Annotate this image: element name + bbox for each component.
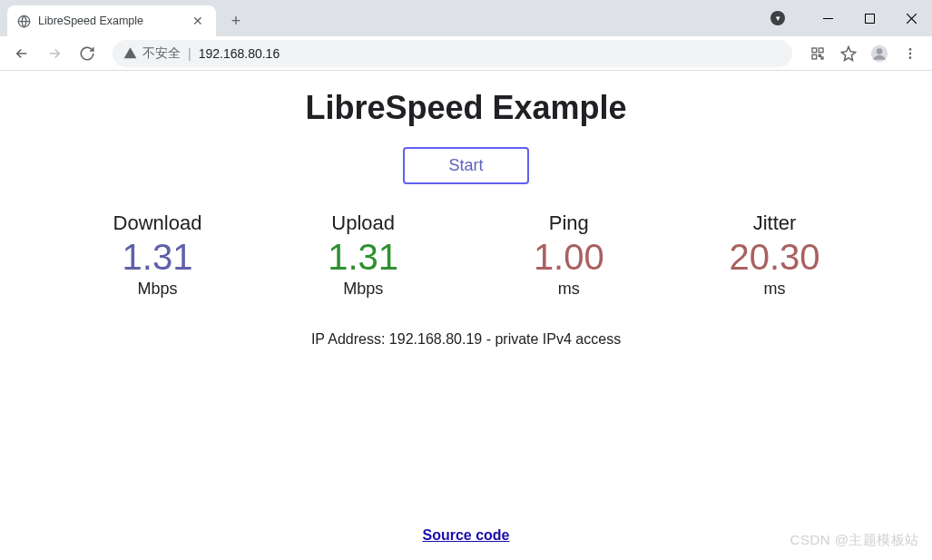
metric-jitter: Jitter 20.30 ms <box>683 211 865 299</box>
warning-icon <box>123 46 137 60</box>
close-icon[interactable]: ✕ <box>189 12 207 30</box>
start-button[interactable]: Start <box>403 147 528 184</box>
not-secure-warning: 不安全 <box>123 45 181 62</box>
ip-prefix: IP Address: <box>311 331 389 347</box>
address-bar[interactable]: 不安全 | 192.168.80.16 <box>113 40 792 67</box>
metric-unit: ms <box>683 280 865 299</box>
window-close-button[interactable] <box>890 0 932 36</box>
browser-tab[interactable]: LibreSpeed Example ✕ <box>7 5 216 36</box>
svg-rect-7 <box>812 54 817 59</box>
metric-value: 1.31 <box>67 237 249 278</box>
svg-rect-2 <box>865 14 874 23</box>
window-titlebar: LibreSpeed Example ✕ + ▾ <box>0 0 932 36</box>
bookmark-button[interactable] <box>834 39 863 68</box>
minimize-button[interactable] <box>807 0 849 36</box>
metric-value: 1.31 <box>272 237 454 278</box>
address-url: 192.168.80.16 <box>199 46 280 61</box>
metric-label: Download <box>67 211 249 235</box>
metric-unit: Mbps <box>272 280 454 299</box>
page-title: LibreSpeed Example <box>305 89 626 127</box>
browser-toolbar: 不安全 | 192.168.80.16 <box>0 36 932 71</box>
metric-value: 20.30 <box>683 237 865 278</box>
page-content: LibreSpeed Example Start Download 1.31 M… <box>0 71 932 560</box>
svg-point-13 <box>909 52 912 54</box>
source-code-link[interactable]: Source code <box>422 527 509 544</box>
svg-point-11 <box>877 48 883 54</box>
svg-rect-9 <box>821 57 823 59</box>
globe-icon <box>16 14 31 28</box>
back-button[interactable] <box>7 39 36 68</box>
metric-ping: Ping 1.00 ms <box>478 211 660 299</box>
tab-title: LibreSpeed Example <box>38 15 181 27</box>
chevron-down-icon: ▾ <box>776 14 780 23</box>
qr-icon[interactable] <box>803 39 832 68</box>
metric-value: 1.00 <box>478 237 660 278</box>
ip-address-line: IP Address: 192.168.80.19 - private IPv4… <box>311 331 621 348</box>
metric-label: Ping <box>478 211 660 235</box>
metric-download: Download 1.31 Mbps <box>67 211 249 299</box>
reload-button[interactable] <box>73 39 102 68</box>
profile-button[interactable] <box>865 39 894 68</box>
metric-label: Upload <box>272 211 454 235</box>
address-separator: | <box>188 46 191 61</box>
metric-label: Jitter <box>683 211 865 235</box>
svg-rect-5 <box>812 48 817 53</box>
watermark: CSDN @主题模板站 <box>790 532 919 549</box>
svg-rect-6 <box>819 48 823 53</box>
ip-value: 192.168.80.19 - private IPv4 access <box>389 331 621 347</box>
menu-button[interactable] <box>896 39 925 68</box>
svg-point-12 <box>909 48 912 51</box>
new-tab-button[interactable]: + <box>223 8 249 34</box>
metric-upload: Upload 1.31 Mbps <box>272 211 454 299</box>
metric-unit: Mbps <box>67 280 249 299</box>
svg-point-14 <box>909 56 912 59</box>
maximize-button[interactable] <box>849 0 890 36</box>
metric-unit: ms <box>478 280 660 299</box>
forward-button[interactable] <box>40 39 69 68</box>
svg-rect-8 <box>819 54 820 56</box>
security-label: 不安全 <box>142 45 181 62</box>
account-indicator[interactable]: ▾ <box>763 4 792 33</box>
metrics-row: Download 1.31 Mbps Upload 1.31 Mbps Ping… <box>67 211 866 299</box>
